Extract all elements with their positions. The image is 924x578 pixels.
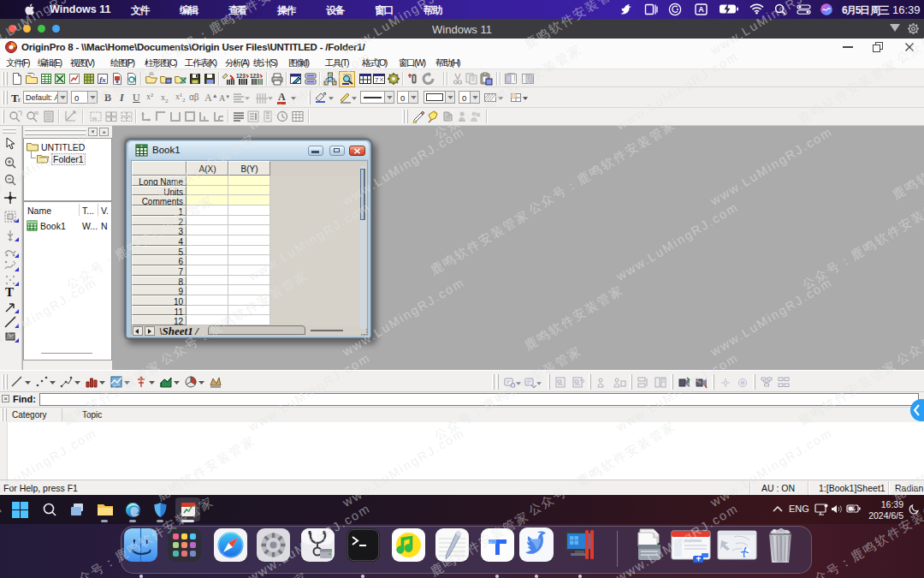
svg-text:fx: fx — [99, 75, 106, 84]
svg-text:7: 7 — [375, 76, 379, 84]
svg-text:123: 123 — [236, 73, 246, 79]
svg-text:r: r — [18, 95, 21, 104]
svg-text:A: A — [698, 5, 704, 14]
svg-text:123: 123 — [250, 73, 259, 79]
